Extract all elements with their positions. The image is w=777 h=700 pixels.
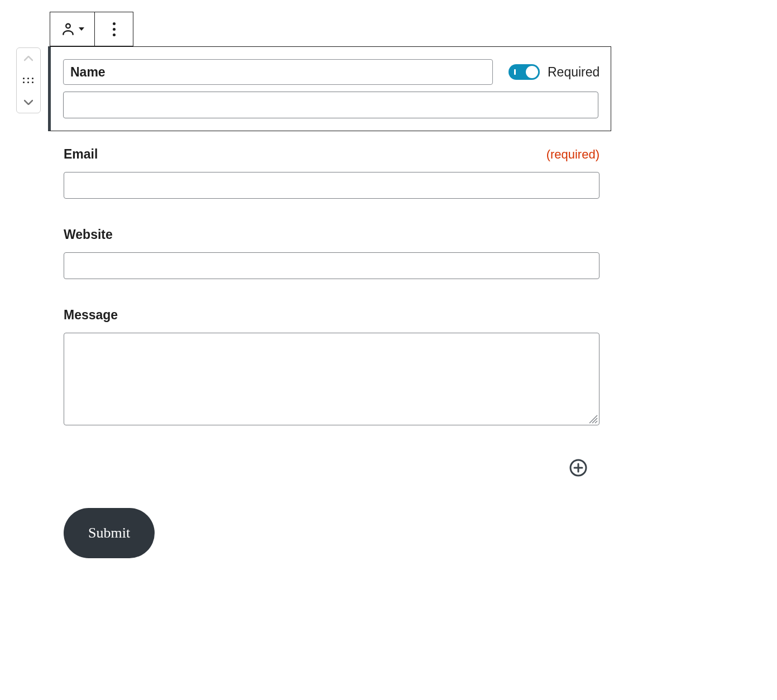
message-field-textarea[interactable] [64,333,599,425]
website-field-label: Website [64,227,113,242]
add-block-button[interactable] [569,459,587,477]
website-label-row: Website [64,227,599,242]
more-options-button[interactable] [95,12,133,46]
message-field-label: Message [64,308,118,323]
chevron-up-icon [24,56,33,61]
move-up-button[interactable] [17,48,40,69]
name-field-input[interactable] [63,92,598,118]
svg-line-3 [595,421,597,423]
resize-grip-icon [588,414,598,424]
message-label-row: Message [64,308,599,323]
more-vertical-icon [113,22,116,36]
selected-field-block[interactable]: Required [48,46,611,131]
field-label-row: Required [63,59,598,85]
svg-line-2 [592,418,597,423]
person-icon [61,22,75,36]
email-field-block[interactable]: Email (required) [64,147,599,199]
block-type-button[interactable] [50,12,95,46]
website-field-block[interactable]: Website [64,227,599,279]
email-field-label: Email [64,147,98,162]
chevron-down-icon [24,99,33,105]
svg-point-0 [66,24,70,28]
required-toggle-wrap: Required [509,64,599,80]
website-field-input[interactable] [64,252,599,279]
plus-circle-icon [569,459,587,477]
dropdown-caret-icon [79,27,84,31]
required-toggle[interactable] [509,64,540,80]
email-field-input[interactable] [64,172,599,199]
submit-button[interactable]: Submit [64,508,155,558]
email-required-tag: (required) [546,147,599,162]
drag-handle[interactable] [17,69,40,92]
field-label-input[interactable] [63,59,493,85]
email-label-row: Email (required) [64,147,599,162]
message-field-block[interactable]: Message [64,308,599,425]
drag-handle-icon [23,78,34,84]
block-toolbar [50,12,133,46]
block-movers [16,47,41,113]
required-toggle-label: Required [548,65,599,80]
svg-line-1 [589,415,597,423]
move-down-button[interactable] [17,92,40,113]
